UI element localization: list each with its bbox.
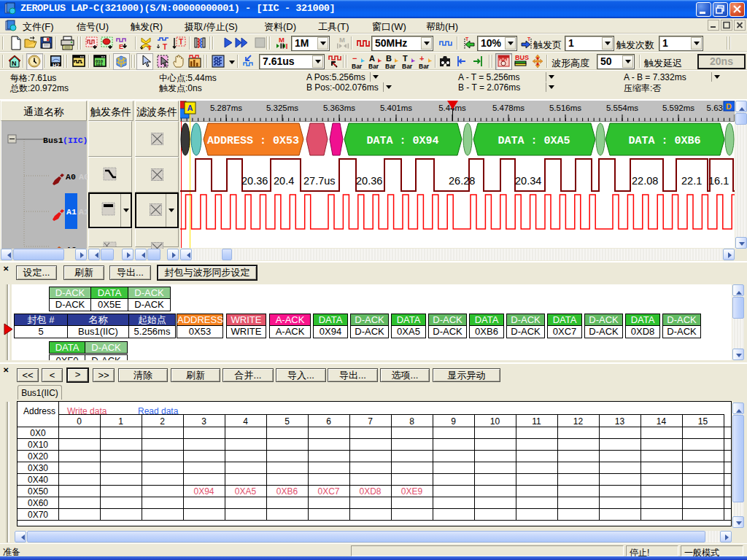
svg-text:A: A bbox=[369, 54, 375, 63]
svg-text:27.7us: 27.7us bbox=[303, 175, 336, 187]
svg-text:+: + bbox=[419, 54, 424, 63]
svg-text:T: T bbox=[179, 38, 183, 46]
svg-text:5.401ms: 5.401ms bbox=[380, 104, 412, 112]
svg-text:DATA : 0X94: DATA : 0X94 bbox=[366, 135, 438, 147]
svg-text:−: − bbox=[352, 54, 357, 63]
svg-text:22.08: 22.08 bbox=[632, 175, 658, 187]
svg-text:5.287ms: 5.287ms bbox=[210, 104, 242, 112]
svg-text:5.516ms: 5.516ms bbox=[549, 104, 581, 112]
svg-text:T: T bbox=[163, 43, 167, 51]
svg-text:20.34: 20.34 bbox=[515, 175, 541, 187]
svg-text:BUS: BUS bbox=[515, 54, 529, 61]
svg-text:M: M bbox=[339, 36, 345, 44]
svg-text:N: N bbox=[12, 60, 17, 67]
svg-text:(IIC): (IIC) bbox=[63, 136, 88, 145]
svg-text:Bar: Bar bbox=[419, 63, 430, 70]
svg-text:5.325ms: 5.325ms bbox=[266, 104, 298, 112]
svg-text:A2: A2 bbox=[66, 245, 77, 248]
svg-text:H2: H2 bbox=[53, 62, 60, 69]
svg-text:Bar: Bar bbox=[368, 63, 379, 70]
svg-text:Bar: Bar bbox=[385, 63, 396, 70]
svg-text:D: D bbox=[726, 102, 732, 111]
svg-text:A: A bbox=[187, 104, 193, 112]
svg-text:20.36: 20.36 bbox=[356, 175, 382, 187]
svg-text:5.592ms: 5.592ms bbox=[662, 104, 694, 112]
svg-text:M: M bbox=[279, 36, 285, 44]
svg-text:A0: A0 bbox=[79, 172, 88, 182]
svg-text:5.63: 5.63 bbox=[707, 104, 723, 112]
svg-text:5.554ms: 5.554ms bbox=[606, 104, 638, 112]
svg-text:DATA : 0XA5: DATA : 0XA5 bbox=[498, 135, 570, 147]
svg-text:5.478ms: 5.478ms bbox=[492, 104, 525, 112]
svg-text:T: T bbox=[403, 54, 408, 63]
svg-text:A1: A1 bbox=[66, 207, 77, 217]
svg-text:20.36: 20.36 bbox=[241, 175, 268, 187]
svg-text:T: T bbox=[527, 36, 531, 42]
svg-text:101: 101 bbox=[96, 63, 104, 67]
svg-text:22.1: 22.1 bbox=[681, 175, 702, 187]
svg-text:B: B bbox=[386, 54, 392, 63]
svg-text:26.28: 26.28 bbox=[449, 175, 475, 187]
svg-text:Bus1: Bus1 bbox=[43, 136, 63, 145]
svg-text:E: E bbox=[119, 43, 123, 50]
svg-text:ADDRESS : 0X53: ADDRESS : 0X53 bbox=[207, 135, 299, 147]
svg-text:T: T bbox=[147, 44, 152, 51]
svg-text:5.363ms: 5.363ms bbox=[323, 104, 355, 112]
svg-text:16.1: 16.1 bbox=[708, 175, 729, 187]
svg-text:20.4: 20.4 bbox=[274, 175, 294, 187]
svg-text:DATA : 0XB6: DATA : 0XB6 bbox=[628, 135, 700, 147]
svg-text:Bar: Bar bbox=[402, 63, 413, 70]
svg-text:Bar: Bar bbox=[352, 63, 363, 70]
svg-text:A1: A1 bbox=[79, 207, 88, 217]
svg-text:A0: A0 bbox=[66, 172, 76, 182]
svg-text:T: T bbox=[465, 36, 469, 42]
